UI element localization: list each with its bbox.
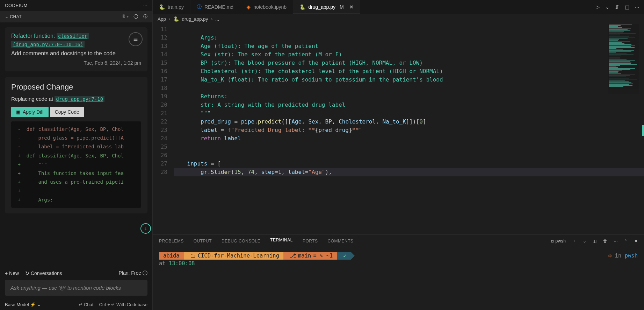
menu-icon[interactable] bbox=[129, 32, 143, 46]
code-line[interactable]: Returns: bbox=[174, 92, 644, 101]
code-line[interactable] bbox=[174, 25, 644, 34]
terminal-timestamp: at 13:00:08 bbox=[159, 260, 638, 267]
close-panel-icon[interactable]: ✕ bbox=[634, 239, 638, 244]
plan-label[interactable]: Plan: Free ⓘ bbox=[119, 270, 147, 276]
sidebar: CODEIUM ··· ⌄ CHAT 🗎₊ ◯ ⓘ Refactor funct… bbox=[0, 0, 153, 310]
model-selector[interactable]: Base Model ⚡ ⌄ bbox=[5, 302, 41, 307]
file-plus-icon[interactable]: 🗎₊ bbox=[122, 14, 129, 20]
code-line[interactable] bbox=[174, 143, 644, 151]
run-dropdown-icon[interactable]: ⌄ bbox=[605, 4, 609, 10]
tab-label: drug_app.py bbox=[308, 4, 335, 10]
more-icon[interactable]: ··· bbox=[143, 3, 147, 8]
codebase-shortcut[interactable]: Ctrl + ↵ With Codebase bbox=[99, 302, 147, 307]
run-icon[interactable]: ▷ bbox=[596, 4, 600, 10]
minimap[interactable] bbox=[608, 24, 639, 94]
refactor-symbol[interactable]: classifier bbox=[57, 33, 89, 39]
panel-tab-debug-console[interactable]: DEBUG CONSOLE bbox=[222, 239, 260, 244]
editor-tab[interactable]: 🐍drug_app.pyM✕ bbox=[293, 0, 360, 14]
diff-line: - label = f"Predicted Glass lab bbox=[15, 142, 138, 151]
code-line[interactable]: Na_to_K (float): The ratio of sodium to … bbox=[174, 76, 644, 84]
python-icon: 🐍 bbox=[159, 4, 165, 10]
split-terminal-icon[interactable]: ◫ bbox=[593, 239, 597, 244]
jupyter-icon: ◉ bbox=[246, 4, 251, 10]
tab-label: notebook.ipynb bbox=[253, 4, 287, 10]
code-line[interactable]: Sex (str): The sex of the patient (M or … bbox=[174, 50, 644, 59]
line-number: 27 bbox=[153, 160, 167, 168]
proposed-change-card: Proposed Change Replacing code at drug_a… bbox=[5, 77, 147, 213]
line-number: 26 bbox=[153, 151, 167, 160]
panel-tab-comments[interactable]: COMMENTS bbox=[328, 239, 354, 244]
editor-tab[interactable]: 🐍train.py bbox=[153, 0, 190, 14]
git-compare-icon[interactable]: ⇵ bbox=[615, 4, 619, 10]
breadcrumb-item[interactable]: ... bbox=[215, 16, 219, 22]
diff-line: + def classifier(Age, Sex, BP, Chol bbox=[15, 152, 138, 160]
code-line[interactable]: """ bbox=[174, 109, 644, 118]
code-line[interactable]: Age (float): The age of the patient bbox=[174, 42, 644, 50]
panel-tab-problems[interactable]: PROBLEMS bbox=[159, 239, 184, 244]
code-line[interactable] bbox=[174, 151, 644, 160]
split-icon[interactable]: ◫ bbox=[625, 4, 629, 10]
code-line[interactable]: BP (str): The blood pressure of the pati… bbox=[174, 59, 644, 67]
code-line[interactable]: str: A string with the predicted drug la… bbox=[174, 101, 644, 109]
panel-tab-output[interactable]: OUTPUT bbox=[194, 239, 212, 244]
modified-indicator: M bbox=[340, 4, 344, 10]
chevron-up-icon[interactable]: ⌃ bbox=[624, 239, 628, 244]
diff-line: + and uses a pre-trained pipeli bbox=[15, 178, 138, 186]
conversations-button[interactable]: ↻ Conversations bbox=[25, 270, 62, 276]
line-number: 25 bbox=[153, 143, 167, 151]
editor-tab[interactable]: ⓘREADME.md bbox=[190, 0, 240, 14]
code-line[interactable] bbox=[174, 84, 644, 92]
user-icon[interactable]: ◯ bbox=[133, 14, 138, 20]
diff-line: + Args: bbox=[15, 196, 138, 204]
line-number: 17 bbox=[153, 76, 167, 84]
new-chat-button[interactable]: + New bbox=[5, 270, 19, 276]
refactor-file-ref[interactable]: (drug_app.py:7:0-:10:16) bbox=[11, 41, 85, 48]
panel-tab-terminal[interactable]: TERMINAL bbox=[270, 238, 293, 244]
code-line[interactable]: return label bbox=[174, 134, 644, 143]
panel-tab-ports[interactable]: PORTS bbox=[303, 239, 318, 244]
code-line[interactable]: pred_drug = pipe.predict([[Age, Sex, BP,… bbox=[174, 118, 644, 126]
chat-input[interactable]: Ask anything — use '@' to mention code b… bbox=[5, 280, 147, 296]
code-line[interactable]: inputs = [ bbox=[174, 160, 644, 168]
breadcrumb-item[interactable]: App bbox=[158, 16, 166, 22]
line-number: 14 bbox=[153, 50, 167, 59]
code-line[interactable]: gr.Slider(15, 74, step=1, label="Age"), bbox=[174, 168, 644, 176]
dropdown-icon[interactable]: ⌄ bbox=[583, 239, 587, 244]
chat-shortcut[interactable]: ↵ Chat bbox=[79, 302, 93, 307]
breadcrumb-item[interactable]: drug_app.py bbox=[182, 16, 208, 22]
trash-icon[interactable]: 🗑 bbox=[603, 239, 608, 244]
line-number: 19 bbox=[153, 92, 167, 101]
code-area[interactable]: Args: Age (float): The age of the patien… bbox=[174, 24, 644, 234]
more-icon[interactable]: ··· bbox=[635, 4, 639, 10]
diff-line: + bbox=[15, 186, 138, 195]
line-number: 15 bbox=[153, 59, 167, 67]
new-terminal-icon[interactable]: ＋ bbox=[572, 238, 577, 244]
copy-code-button[interactable]: Copy Code bbox=[50, 107, 84, 117]
download-icon[interactable]: ↓ bbox=[140, 223, 151, 234]
info-icon: ⓘ bbox=[143, 270, 147, 276]
code-line[interactable]: label = f"Predicted Drug label: **{pred_… bbox=[174, 126, 644, 134]
info-icon[interactable]: ⓘ bbox=[143, 14, 148, 20]
terminal[interactable]: abida 🗀 CICD-for-Machine-Learning ⎇ main… bbox=[153, 247, 644, 310]
replacing-ref[interactable]: drug_app.py:7-10 bbox=[55, 96, 104, 102]
apply-diff-button[interactable]: ▣ Apply Diff bbox=[11, 107, 49, 117]
more-icon[interactable]: ··· bbox=[614, 239, 618, 244]
chat-timestamp: Tue, Feb 6, 2024, 1:02 pm bbox=[11, 60, 141, 66]
chevron-down-icon: ⌄ bbox=[5, 14, 10, 19]
prompt-path: 🗀 CICD-for-Machine-Learning bbox=[184, 252, 283, 260]
code-line[interactable]: Args: bbox=[174, 34, 644, 42]
close-tab-icon[interactable]: ✕ bbox=[349, 4, 354, 10]
line-number: 11 bbox=[153, 25, 167, 34]
editor-tab[interactable]: ◉notebook.ipynb bbox=[240, 0, 293, 14]
line-number: 24 bbox=[153, 134, 167, 143]
chat-section-header[interactable]: ⌄ CHAT 🗎₊ ◯ ⓘ bbox=[0, 11, 152, 22]
code-line[interactable]: Cholesterol (str): The cholesterol level… bbox=[174, 67, 644, 76]
editor[interactable]: 111213141516171819202122232425262728 Arg… bbox=[153, 24, 644, 234]
bolt-icon: ⚡ bbox=[30, 302, 36, 307]
python-icon: 🐍 bbox=[173, 16, 179, 22]
chevron-down-icon: ⌄ bbox=[37, 302, 41, 307]
terminal-shell-label[interactable]: ⧉ pwsh bbox=[551, 239, 566, 244]
breadcrumbs[interactable]: App › 🐍 drug_app.py › ... bbox=[153, 14, 644, 24]
terminal-icon: ⧉ bbox=[551, 239, 555, 244]
history-icon: ↻ bbox=[25, 270, 31, 276]
